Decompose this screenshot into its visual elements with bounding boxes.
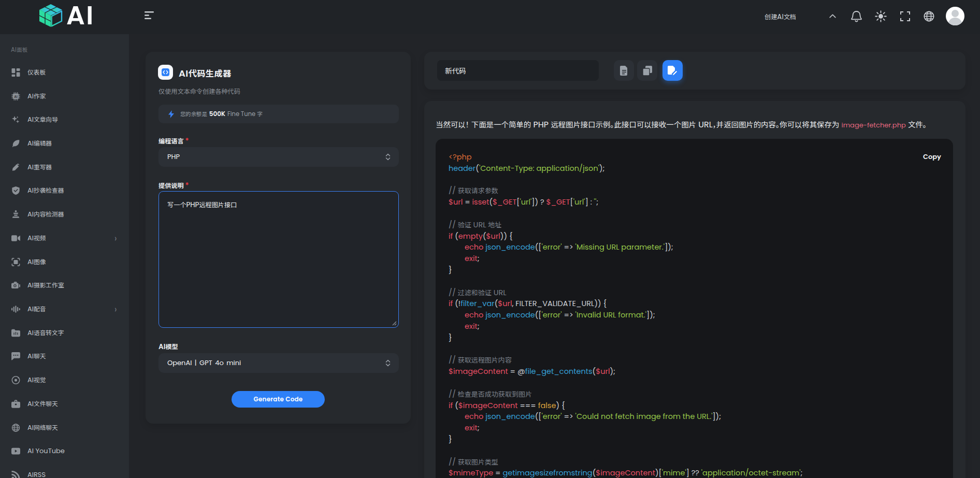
svg-text:AI: AI (14, 94, 18, 98)
